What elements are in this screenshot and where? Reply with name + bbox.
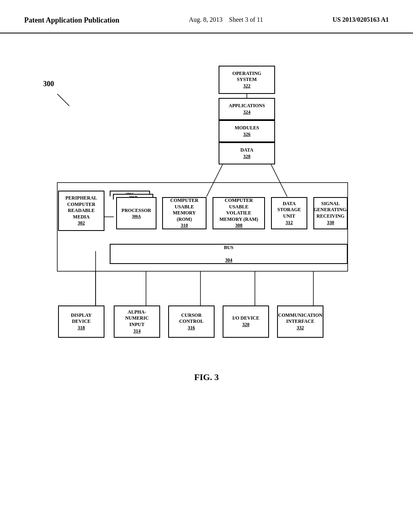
diagram-label-300: 300 bbox=[43, 80, 54, 88]
box-peripheral: PERIPHERAL COMPUTER READABLE MEDIA 302 bbox=[58, 191, 104, 231]
box-display: DISPLAY DEVICE 318 bbox=[58, 305, 104, 338]
box-cursor: CURSOR CONTROL 316 bbox=[168, 305, 215, 338]
publication-date-sheet: Aug. 8, 2013 Sheet 3 of 11 bbox=[189, 16, 263, 23]
diagram-area: 300 OPERATING SYSTEM 322 APPLICATIONS 32… bbox=[33, 58, 380, 348]
publication-title: Patent Application Publication bbox=[24, 16, 119, 25]
box-rom: COMPUTER USABLE MEMORY (ROM) 310 bbox=[162, 197, 206, 229]
box-data-storage: DATA STORAGE UNIT 312 bbox=[271, 197, 307, 229]
figure-caption: FIG. 3 bbox=[24, 372, 389, 382]
patent-number: US 2013/0205163 A1 bbox=[332, 16, 389, 23]
box-bus: BUS 304 bbox=[110, 244, 348, 264]
box-io: I/O DEVICE 320 bbox=[223, 305, 269, 338]
box-comm: COMMUNICATION INTERFACE 332 bbox=[277, 305, 323, 338]
main-content: 300 OPERATING SYSTEM 322 APPLICATIONS 32… bbox=[0, 33, 413, 407]
box-signal: SIGNAL GENERATING/ RECEIVING 330 bbox=[313, 197, 348, 229]
page-header: Patent Application Publication Aug. 8, 2… bbox=[0, 0, 413, 33]
box-processor-a: PROCESSOR 306A bbox=[116, 197, 156, 229]
sheet-info: Sheet 3 of 11 bbox=[229, 16, 263, 23]
box-applications: APPLICATIONS 324 bbox=[219, 98, 275, 120]
box-ram: COMPUTER USABLE VOLATILE MEMORY (RAM) 30… bbox=[213, 197, 265, 229]
pub-date: Aug. 8, 2013 bbox=[189, 16, 223, 23]
box-alpha: ALPHA- NUMERIC INPUT 314 bbox=[114, 305, 160, 338]
svg-line-0 bbox=[57, 94, 69, 106]
box-modules: MODULES 326 bbox=[219, 120, 275, 142]
box-data: DATA 328 bbox=[219, 142, 275, 164]
box-operating-system: OPERATING SYSTEM 322 bbox=[219, 66, 275, 94]
